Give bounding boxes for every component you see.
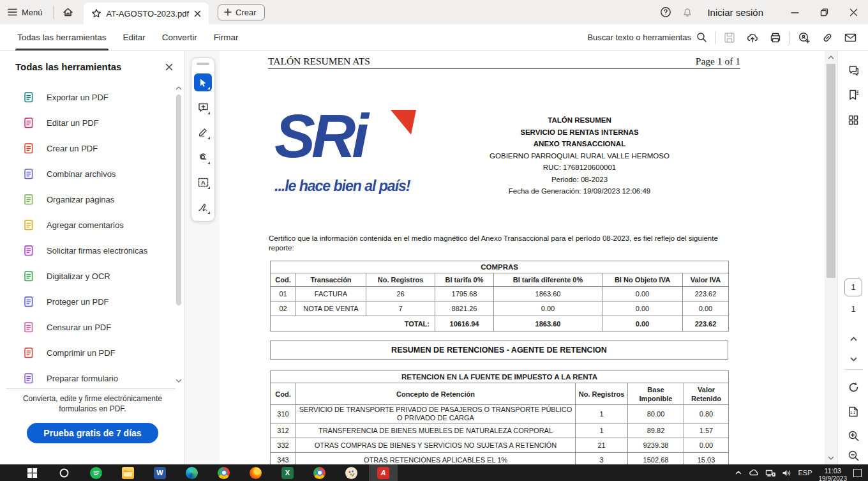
rotate-page-icon[interactable]: [846, 379, 861, 395]
sidebar-tool-item[interactable]: Organizar páginas: [0, 187, 171, 212]
acrobat-icon[interactable]: A: [377, 466, 390, 480]
scrollbar-thumb[interactable]: [176, 95, 181, 305]
scroll-up-icon[interactable]: [827, 54, 835, 61]
toolbar-tab[interactable]: Editar: [115, 24, 154, 50]
sidebar-tool-item[interactable]: Solicitar firmas electrónicas: [0, 238, 171, 263]
bookmarks-panel-icon[interactable]: [846, 87, 861, 102]
sidebar-tool-item[interactable]: Combinar archivos: [0, 161, 171, 187]
document-info-line: SERVICIO DE RENTAS INTERNAS: [445, 126, 714, 139]
scroll-up-icon[interactable]: [175, 84, 183, 92]
scan-ocr-icon: [23, 270, 35, 282]
add-comment-tool[interactable]: [194, 98, 212, 116]
toolbar-tab[interactable]: Convertir: [154, 24, 206, 50]
chrome-icon[interactable]: [217, 466, 230, 480]
sidebar-tool-item[interactable]: Agregar comentarios: [0, 212, 171, 238]
onedrive-tray-icon[interactable]: [749, 469, 759, 477]
create-button[interactable]: Crear: [218, 4, 265, 20]
network-tray-icon[interactable]: [765, 469, 775, 477]
free-trial-button[interactable]: Prueba gratis de 7 días: [27, 423, 158, 443]
scroll-down-icon[interactable]: [175, 377, 183, 385]
retencion-title: RETENCION EN LA FUENTE DE IMPUESTO A LA …: [271, 371, 729, 383]
retencion-row: 310 SERVICIO DE TRANSPORTE PRIVADO DE PA…: [271, 405, 729, 424]
home-button[interactable]: [56, 7, 80, 17]
page-thumbnails-icon[interactable]: [846, 112, 861, 128]
close-window-button[interactable]: [839, 0, 868, 24]
restore-button[interactable]: [809, 0, 839, 24]
document-tab[interactable]: AT-AGOSTO-2023.pdf: [84, 3, 209, 24]
close-tab-icon[interactable]: [194, 10, 201, 17]
volume-tray-icon[interactable]: [782, 469, 791, 477]
quick-tools-strip: A: [185, 51, 220, 464]
tray-expand-icon[interactable]: [735, 469, 742, 477]
sidebar-tool-label: Solicitar firmas electrónicas: [47, 246, 147, 256]
email-icon[interactable]: [839, 27, 862, 48]
comments-panel-icon[interactable]: [846, 63, 861, 78]
document-scrollbar[interactable]: [825, 51, 837, 464]
chrome-profile-icon[interactable]: [313, 466, 326, 480]
sidebar-tool-item[interactable]: Preparar formulario: [0, 365, 171, 391]
sidebar-tool-item[interactable]: Comprimir un PDF: [0, 340, 171, 365]
sidebar-tool-item[interactable]: Editar un PDF: [0, 110, 171, 135]
divider: [6, 388, 176, 389]
sidebar-tool-item[interactable]: Crear un PDF: [0, 135, 171, 161]
toolbar-tab[interactable]: Todas las herramientas: [9, 24, 115, 50]
retencion-row: 312 TRANSFERENCIA DE BIENES MUEBLES DE N…: [271, 424, 729, 438]
zoom-in-icon[interactable]: [846, 428, 861, 443]
request-signature-icon[interactable]: [793, 27, 816, 48]
previous-page-icon[interactable]: [846, 331, 861, 346]
word-icon[interactable]: W: [153, 466, 167, 480]
title-bar: Menú AT-AGOSTO-2023.pdf Crear Iniciar se…: [0, 0, 868, 24]
document-info-line: Periodo: 08-2023: [445, 174, 714, 186]
edge-icon[interactable]: [185, 466, 198, 480]
create-pdf-icon: [23, 142, 35, 155]
start-button[interactable]: [26, 466, 39, 480]
close-sidebar-icon[interactable]: [165, 63, 173, 71]
draw-tool[interactable]: [194, 148, 212, 166]
sidebar-footer-text: formularios en PDF.: [0, 404, 185, 414]
scroll-down-icon[interactable]: [827, 454, 835, 462]
search-input[interactable]: Buscar texto o herramientas: [582, 28, 712, 47]
zoom-out-icon[interactable]: [846, 448, 861, 463]
fill-sign-tool[interactable]: [194, 198, 212, 216]
paint-icon[interactable]: [345, 466, 358, 480]
clock[interactable]: 11:03 19/9/2023: [819, 464, 848, 481]
highlight-tool[interactable]: [194, 123, 212, 141]
excel-icon[interactable]: X: [281, 466, 294, 480]
firefox-icon[interactable]: [249, 466, 262, 480]
sidebar-tool-item[interactable]: Censurar un PDF: [0, 314, 171, 340]
file-explorer-icon[interactable]: [121, 466, 135, 480]
tab-title: AT-AGOSTO-2023.pdf: [107, 9, 190, 19]
sidebar-tool-item[interactable]: Proteger un PDF: [0, 289, 171, 314]
notification-center-icon[interactable]: [853, 469, 862, 477]
compress-pdf-icon: [23, 347, 35, 359]
minimize-button[interactable]: [780, 0, 809, 24]
compras-row: 01FACTURA26 1795.681863.600.00223.62: [271, 287, 729, 302]
sign-in-button[interactable]: Iniciar sesión: [707, 7, 763, 18]
save-icon: [718, 27, 741, 48]
help-icon[interactable]: [655, 0, 677, 24]
toolbar-tab[interactable]: Firmar: [206, 24, 247, 50]
star-icon[interactable]: [91, 8, 101, 19]
notifications-bell-icon[interactable]: [677, 0, 698, 24]
sri-logo: SRi ...le hace bien al país!: [274, 109, 428, 206]
sidebar-scrollbar[interactable]: [175, 84, 183, 385]
add-text-tool[interactable]: A: [194, 173, 212, 191]
compras-header-cell: BI tarifa 0%: [435, 273, 494, 287]
next-page-icon[interactable]: [846, 351, 861, 367]
sidebar-tool-item[interactable]: Exportar un PDF: [0, 84, 171, 110]
sri-logo-text: SRi: [274, 109, 365, 164]
language-indicator[interactable]: ESP: [798, 469, 812, 477]
drag-handle[interactable]: [197, 63, 209, 65]
share-upload-icon[interactable]: [741, 27, 764, 48]
menu-button[interactable]: Menú: [0, 8, 50, 17]
spotify-icon[interactable]: [89, 466, 103, 480]
actual-size-icon[interactable]: 1:1: [846, 404, 861, 419]
scrollbar-thumb[interactable]: [827, 64, 835, 278]
page-number-input[interactable]: 1: [844, 279, 862, 296]
link-icon[interactable]: [816, 27, 839, 48]
search-taskbar-icon[interactable]: [57, 466, 71, 480]
document-info-line: Fecha de Generación: 19/09/2023 12:06:49: [445, 185, 714, 197]
print-icon[interactable]: [764, 27, 787, 48]
select-tool[interactable]: [194, 73, 212, 91]
sidebar-tool-item[interactable]: Digitalizar y OCR: [0, 263, 171, 289]
